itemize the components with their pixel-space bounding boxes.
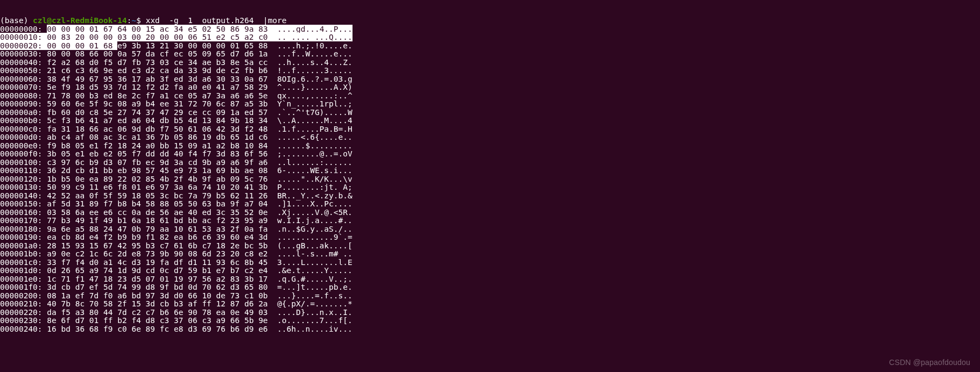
hex-row: 000000b0: 5c f3 b6 41 a7 ed a6 04 db b5 … [0, 116, 352, 125]
hex-row: 000001a0: 28 15 93 15 67 42 95 b3 c7 61 … [0, 241, 352, 250]
hex-row: 000001b0: a9 0e c2 1c 6c 2d e8 73 9b 90 … [0, 249, 352, 258]
hex-row: 00000110: 36 2d cb d1 bb eb 98 57 45 e9 … [0, 166, 352, 175]
hex-row: 00000220: da f5 a3 80 44 7d c2 c7 b6 6e … [0, 308, 352, 317]
hex-row: 00000100: c3 97 6c b9 d3 07 fb ec 9d 3a … [0, 158, 352, 167]
hex-row: 000001e0: 1c 71 f1 47 18 23 d5 07 01 19 … [0, 275, 352, 283]
hex-row: 00000020: 00 00 00 01 68 e9 3b 13 21 30 … [0, 41, 352, 50]
selection: 00000010: 00 83 20 00 00 03 00 20 00 00 … [0, 33, 352, 41]
selection: 00000020: 00 00 00 01 68 [0, 41, 117, 50]
hex-row: 000001d0: 0d 26 65 a9 74 1d 9d cd 0c d7 … [0, 266, 352, 275]
hex-row: 000000e0: f9 b8 05 e1 f2 18 24 a0 bb 15 … [0, 141, 352, 150]
hex-row: 00000210: 40 7b 8c 70 58 2f 15 3d cb b3 … [0, 299, 352, 308]
prompt-path: ~ [131, 16, 136, 25]
hex-row: 00000050: 21 c6 c3 66 9e ed c3 d2 ca da … [0, 66, 352, 75]
hex-row: 00000170: 77 b3 49 1f 49 b1 6a 18 61 bd … [0, 216, 352, 225]
hex-row: 00000040: f2 a2 68 d0 f5 d7 fb 73 03 ce … [0, 58, 352, 67]
hex-row: 00000150: af 5d 31 89 f7 b8 b4 58 88 05 … [0, 199, 352, 208]
hex-row: 000000a0: fb 60 d0 c8 5e 27 74 37 47 29 … [0, 108, 352, 117]
hex-row: 00000070: 5e f9 18 d5 93 7d 12 f2 d2 fa … [0, 83, 352, 91]
prompt-line: (base) czl@czl-RedmiBook-14:~$ xxd -g 1 … [0, 16, 287, 25]
hex-row: 00000140: 42 52 aa 0f 5f 59 18 05 3c bc … [0, 191, 352, 200]
hex-row: 000001f0: 3d cb d7 ef 5d 74 99 d8 9f bd … [0, 283, 352, 291]
prompt-env: (base) [0, 16, 33, 25]
hex-row: 00000200: 08 1a ef 7d f0 a6 bd 97 3d d0 … [0, 291, 352, 300]
hex-row: 000000d0: ab c4 af 08 ac 3c a1 36 7b 05 … [0, 133, 352, 141]
hex-row: 00000000: 00 00 00 01 67 64 00 15 ac 34 … [0, 25, 352, 33]
hex-row: 00000060: 38 4f 49 67 95 36 17 ab 3f ed … [0, 75, 352, 83]
prompt-dollar: $ [136, 16, 145, 25]
hex-row: 00000120: 1b b5 0e ea 89 22 02 85 4b 2f … [0, 175, 352, 183]
terminal-output[interactable]: (base) czl@czl-RedmiBook-14:~$ xxd -g 1 … [0, 9, 980, 350]
hex-row: 00000080: 71 78 00 b3 ed 8e 2c f7 a1 ce … [0, 91, 352, 100]
command-text: xxd -g 1 output.h264 |more [146, 16, 287, 25]
prompt-user: czl@czl-RedmiBook-14 [33, 16, 127, 25]
watermark: CSDN @papaofdoudou [889, 359, 970, 367]
hex-row: 000000f0: 3b 05 e1 eb e2 05 f7 dd dd 40 … [0, 149, 352, 158]
hex-row: 000001c0: 33 f7 f4 d0 a1 4c d3 19 fa df … [0, 258, 352, 267]
hex-row: 00000130: 50 99 c9 11 e6 f8 01 e6 97 3a … [0, 183, 352, 191]
hex-row: 00000090: 59 60 6e 5f 9c 08 a9 b4 ee 31 … [0, 99, 352, 108]
hex-row: 00000180: 9a 6e a5 88 24 47 0b 79 aa 10 … [0, 225, 352, 233]
hex-row: 00000190: ea cb 8d e4 f2 b9 b9 f1 82 ea … [0, 233, 352, 241]
hex-row: 00000010: 00 83 20 00 00 03 00 20 00 00 … [0, 33, 352, 41]
hex-row: 000000c0: fa 31 18 66 ac 06 9d db f7 50 … [0, 125, 352, 133]
hex-row: 00000240: 16 bd 36 68 f9 c0 6e 89 fc e8 … [0, 325, 352, 333]
hex-row: 00000230: 8e 6f d7 01 ff b2 f4 d8 c3 37 … [0, 316, 352, 325]
selection: 00 00 00 01 67 64 00 15 ac 34 e5 02 50 8… [47, 25, 352, 33]
hex-row: 00000160: 03 58 6a ee e6 cc 0a de 56 ae … [0, 208, 352, 217]
hex-row: 00000030: 80 00 08 66 00 0a 57 da cf ec … [0, 49, 352, 58]
